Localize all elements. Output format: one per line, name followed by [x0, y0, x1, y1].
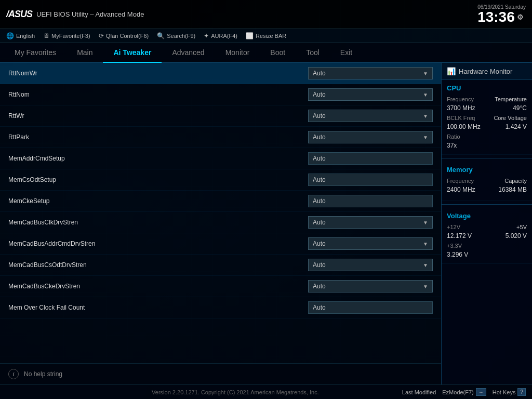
select-box-rttwr[interactable]: Auto▼ — [308, 110, 433, 122]
select-value-memcadbusckedrvstren: Auto — [313, 283, 326, 290]
hw-cpu-freq-val: 3700 MHz — [447, 104, 475, 112]
hw-memory-section: Memory Frequency Capacity 2400 MHz 16384… — [442, 162, 532, 201]
search-btn[interactable]: 🔍 Search(F9) — [157, 32, 195, 39]
dropdown-arrow-rttpark: ▼ — [423, 135, 428, 140]
select-box-rttnom[interactable]: Auto▼ — [308, 88, 433, 101]
hw-voltage-title: Voltage — [447, 212, 527, 220]
ezmode-btn[interactable]: EzMode(F7) → — [442, 388, 486, 396]
tab-ai-tweaker[interactable]: Ai Tweaker — [103, 43, 162, 63]
select-box-rttpark[interactable]: Auto▼ — [308, 131, 433, 143]
setting-row-rttwr[interactable]: RttWrAuto▼ — [0, 105, 441, 127]
select-box-memcadbusaddrcmddrvstren[interactable]: Auto▼ — [308, 237, 433, 250]
hw-5v-val: 5.020 V — [506, 232, 527, 240]
setting-label-memoverclockfailcount: Mem Over Clock Fail Count — [8, 304, 308, 311]
hotkeys-key: ? — [517, 388, 526, 396]
select-box-memcadbusckedrvstren[interactable]: Auto▼ — [308, 280, 433, 292]
dropdown-arrow-rttwr: ▼ — [423, 113, 428, 119]
hw-33v-row: +3.3V — [447, 243, 527, 249]
hw-cpu-freq-label: Frequency — [447, 96, 474, 102]
search-icon: 🔍 — [157, 32, 165, 39]
tab-exit[interactable]: Exit — [330, 43, 363, 63]
resizebar-btn[interactable]: ⬜ Resize BAR — [246, 32, 286, 39]
text-box-memaddrcmdsetup: Auto — [308, 152, 433, 165]
text-box-memckesetup: Auto — [308, 195, 433, 207]
hw-mem-cap-label: Capacity — [504, 178, 527, 184]
aura-btn[interactable]: ✦ AURA(F4) — [204, 32, 237, 39]
dropdown-arrow-rttnom: ▼ — [423, 92, 428, 98]
qfan-btn[interactable]: ⟳ Qfan Control(F6) — [99, 32, 149, 39]
setting-label-memcadbusckedrvstren: MemCadBusCkeDrvStren — [8, 283, 308, 290]
text-box-memcsodtsetup: Auto — [308, 174, 433, 186]
nav-tabs: My Favorites Main Ai Tweaker Advanced Mo… — [0, 43, 532, 63]
hw-bclk-val: 100.00 MHz — [447, 123, 481, 130]
hw-corev-val: 1.424 V — [506, 123, 527, 130]
tab-boot[interactable]: Boot — [260, 43, 296, 63]
tab-main[interactable]: Main — [66, 43, 103, 63]
select-box-memcadbusclkdrvstren[interactable]: Auto▼ — [308, 216, 433, 229]
header: /ASUS UEFI BIOS Utility – Advanced Mode … — [0, 0, 532, 29]
monitor-icon: 🖥 — [43, 32, 49, 39]
setting-row-rttwrcl[interactable]: RttNomWrAuto▼ — [0, 63, 441, 84]
dropdown-arrow-rttwrcl: ▼ — [423, 71, 428, 76]
hw-cpu-temp-label: Temperature — [495, 96, 527, 102]
hw-33v-val: 3.296 V — [447, 251, 527, 258]
setting-label-memcadbuscsodtdrvstren: MemCadBusCsOdtDrvStren — [8, 261, 308, 269]
datetime-area: 06/19/2021 Saturday 13:36 ⚙ — [477, 4, 526, 24]
main-area: RttNomWrAuto▼RttNomAuto▼RttWrAuto▼RttPar… — [0, 63, 532, 384]
tab-favorites[interactable]: My Favorites — [4, 43, 66, 63]
hw-monitor-panel: 📊 Hardware Monitor CPU Frequency Tempera… — [441, 63, 532, 384]
footer: Version 2.20.1271. Copyright (C) 2021 Am… — [0, 384, 532, 399]
tab-monitor[interactable]: Monitor — [215, 43, 260, 63]
setting-label-rttwr: RttWr — [8, 112, 308, 119]
hw-5v-label: +5V — [516, 224, 527, 230]
footer-actions: Last Modified EzMode(F7) → Hot Keys ? — [402, 388, 526, 396]
resize-icon: ⬜ — [246, 32, 254, 39]
hw-cpu-freq-row: Frequency Temperature — [447, 96, 527, 102]
select-box-rttwrcl[interactable]: Auto▼ — [308, 67, 433, 79]
setting-row-memoverclockfailcount[interactable]: Mem Over Clock Fail CountAuto — [0, 297, 441, 318]
time-display: 13:36 ⚙ — [477, 10, 524, 24]
bios-title: UEFI BIOS Utility – Advanced Mode — [36, 10, 144, 18]
fan-icon: ⟳ — [99, 32, 104, 39]
setting-label-memckesetup: MemCkeSetup — [8, 197, 308, 205]
settings-panel: RttNomWrAuto▼RttNomAuto▼RttWrAuto▼RttPar… — [0, 63, 441, 384]
hw-mem-vals-row: 2400 MHz 16384 MB — [447, 186, 527, 194]
last-modified-btn[interactable]: Last Modified — [402, 388, 436, 396]
hw-volt-12-val-row: 12.172 V 5.020 V — [447, 232, 527, 241]
dropdown-arrow-memcadbuscsodtdrvstren: ▼ — [423, 262, 428, 268]
select-value-memcadbusaddrcmddrvstren: Auto — [313, 240, 326, 247]
hw-mem-freq-label: Frequency — [447, 178, 474, 184]
globe-icon: 🌐 — [6, 32, 14, 39]
hw-memory-title: Memory — [447, 166, 527, 174]
setting-row-rttnom[interactable]: RttNomAuto▼ — [0, 84, 441, 105]
hw-ratio-row: Ratio — [447, 134, 527, 140]
setting-label-rttnom: RttNom — [8, 91, 308, 98]
setting-row-memcadbusaddrcmddrvstren[interactable]: MemCadBusAddrCmdDrvStrenAuto▼ — [0, 233, 441, 255]
myfavorite-btn[interactable]: 🖥 MyFavorite(F3) — [43, 32, 90, 39]
hw-bclk-row: BCLK Freq Core Voltage — [447, 115, 527, 121]
select-value-rttwrcl: Auto — [313, 70, 326, 77]
select-value-rttpark: Auto — [313, 134, 326, 141]
setting-row-rttpark[interactable]: RttParkAuto▼ — [0, 127, 441, 148]
setting-label-rttwrcl: RttNomWr — [8, 70, 308, 77]
select-box-memcadbuscsodtdrvstren[interactable]: Auto▼ — [308, 259, 433, 271]
hotkeys-btn[interactable]: Hot Keys ? — [493, 388, 526, 396]
tab-tool[interactable]: Tool — [296, 43, 330, 63]
settings-icon[interactable]: ⚙ — [517, 14, 524, 21]
footer-copyright: Version 2.20.1271. Copyright (C) 2021 Am… — [69, 389, 402, 395]
hw-cpu-section: CPU Frequency Temperature 3700 MHz 49°C … — [442, 80, 532, 155]
hw-volt-12-row: +12V +5V — [447, 224, 527, 230]
setting-label-memcsodtsetup: MemCsOdtSetup — [8, 176, 308, 183]
setting-row-memckesetup[interactable]: MemCkeSetupAuto — [0, 191, 441, 212]
tab-advanced[interactable]: Advanced — [162, 43, 215, 63]
help-bar: i No help string — [0, 363, 441, 384]
language-selector[interactable]: 🌐 English — [6, 32, 35, 39]
select-value-rttwr: Auto — [313, 112, 326, 119]
setting-row-memcsodtsetup[interactable]: MemCsOdtSetupAuto — [0, 169, 441, 191]
setting-row-memaddrcmdsetup[interactable]: MemAddrCmdSetupAuto — [0, 148, 441, 169]
dropdown-arrow-memcadbusckedrvstren: ▼ — [423, 284, 428, 289]
setting-row-memcadbusclkdrvstren[interactable]: MemCadBusClkDrvStrenAuto▼ — [0, 212, 441, 233]
setting-row-memcadbuscsodtdrvstren[interactable]: MemCadBusCsOdtDrvStrenAuto▼ — [0, 255, 441, 276]
hw-bclk-val-row: 100.00 MHz 1.424 V — [447, 123, 527, 131]
setting-row-memcadbusckedrvstren[interactable]: MemCadBusCkeDrvStrenAuto▼ — [0, 276, 441, 297]
